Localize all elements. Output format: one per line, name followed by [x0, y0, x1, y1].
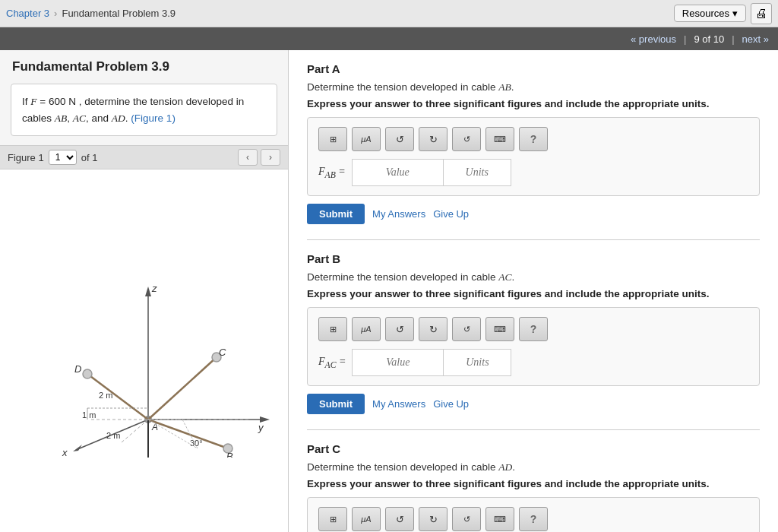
figure-prev-button[interactable]: ‹: [238, 149, 258, 166]
resources-dropdown-icon: ▾: [732, 8, 738, 19]
part-b-my-answers-link[interactable]: My Answers: [372, 398, 425, 410]
part-b-actions: Submit My Answers Give Up: [307, 394, 760, 414]
part-a-units-input[interactable]: [443, 159, 511, 186]
reset-button-c[interactable]: ↺: [452, 507, 481, 531]
divider-ab: [307, 239, 760, 240]
chapter-link[interactable]: Chapter 3: [6, 8, 49, 19]
part-a-label: Part A: [307, 62, 760, 75]
nav-right-controls: Resources ▾ 🖨: [674, 3, 772, 24]
force-variable: F: [30, 96, 36, 107]
cable-ab: AB: [55, 112, 68, 124]
part-a-actions: Submit My Answers Give Up: [307, 204, 760, 224]
part-b-input-row: FAC =: [318, 349, 748, 376]
previous-link[interactable]: « previous: [631, 33, 676, 45]
part-a-value-input[interactable]: [352, 159, 443, 186]
svg-text:y: y: [258, 422, 264, 433]
redo-button-b[interactable]: ↻: [419, 317, 448, 341]
undo-button-c[interactable]: ↺: [385, 507, 414, 531]
part-b-submit-button[interactable]: Submit: [307, 394, 365, 414]
pagination-bar: « previous | 9 of 10 | next »: [0, 27, 778, 50]
svg-line-18: [87, 374, 148, 420]
keyboard-button-a[interactable]: ⌨: [485, 127, 514, 151]
figure-link[interactable]: (Figure 1): [131, 112, 176, 124]
part-c-description: Determine the tension developed in cable…: [307, 461, 760, 473]
redo-button-a[interactable]: ↻: [419, 127, 448, 151]
part-b-toolbar: ⊞ μA ↺ ↻ ↺ ⌨ ?: [318, 317, 748, 341]
mu-icon-button-a[interactable]: μA: [352, 127, 381, 151]
svg-text:1 m: 1 m: [82, 410, 96, 420]
part-a-answer-container: ⊞ μA ↺ ↻ ↺ ⌨ ? FAB =: [307, 117, 760, 196]
part-a-description: Determine the tension developed in cable…: [307, 81, 760, 93]
figure-label: Figure 1: [8, 152, 44, 163]
part-a-toolbar: ⊞ μA ↺ ↻ ↺ ⌨ ?: [318, 127, 748, 151]
part-c-section: Part C Determine the tension developed i…: [307, 442, 760, 532]
keyboard-button-c[interactable]: ⌨: [485, 507, 514, 531]
reset-button-a[interactable]: ↺: [452, 127, 481, 151]
part-a-my-answers-link[interactable]: My Answers: [372, 208, 425, 220]
part-b-value-input[interactable]: [352, 349, 443, 376]
svg-text:30°: 30°: [190, 439, 203, 448]
next-link[interactable]: next »: [742, 33, 769, 45]
part-b-eq-label: FAC =: [318, 356, 346, 370]
svg-line-15: [148, 357, 217, 420]
top-navigation: Chapter 3 › Fundamental Problem 3.9 Reso…: [0, 0, 778, 27]
svg-text:2 m: 2 m: [106, 431, 120, 440]
part-a-instruction: Express your answer to three significant…: [307, 98, 760, 109]
left-panel: Fundamental Problem 3.9 If F = 600 N , d…: [0, 50, 289, 532]
part-a-section: Part A Determine the tension developed i…: [307, 62, 760, 224]
part-c-label: Part C: [307, 442, 760, 455]
svg-text:D: D: [74, 363, 81, 375]
figure-canvas: z y x A B 30°: [0, 169, 288, 532]
svg-point-19: [83, 369, 92, 378]
svg-text:C: C: [219, 347, 226, 358]
cable-ad: AD: [112, 112, 125, 124]
figure-select[interactable]: 1: [49, 150, 77, 165]
help-button-a[interactable]: ?: [519, 127, 548, 151]
breadcrumb-separator: ›: [54, 8, 57, 19]
figure-nav: ‹ ›: [238, 149, 280, 166]
part-a-submit-button[interactable]: Submit: [307, 204, 365, 224]
part-c-answer-container: ⊞ μA ↺ ↻ ↺ ⌨ ? FAD =: [307, 497, 760, 532]
keyboard-button-b[interactable]: ⌨: [485, 317, 514, 341]
page-separator: |: [684, 33, 686, 45]
divider-bc: [307, 429, 760, 430]
part-b-instruction: Express your answer to three significant…: [307, 288, 760, 299]
svg-marker-1: [145, 287, 151, 296]
redo-button-c[interactable]: ↻: [419, 507, 448, 531]
problem-title-nav: Fundamental Problem 3.9: [62, 8, 176, 19]
print-button[interactable]: 🖨: [751, 3, 772, 24]
figure-next-button[interactable]: ›: [261, 149, 280, 166]
resources-label: Resources: [682, 8, 729, 19]
cable-ac: AC: [73, 112, 86, 124]
part-b-give-up-link[interactable]: Give Up: [433, 398, 469, 410]
figure-bar: Figure 1 1 of 1 ‹ ›: [0, 145, 288, 169]
main-layout: Fundamental Problem 3.9 If F = 600 N , d…: [0, 50, 778, 532]
figure-of: of 1: [81, 152, 98, 163]
help-button-b[interactable]: ?: [519, 317, 548, 341]
problem-title: Fundamental Problem 3.9: [0, 50, 288, 84]
help-button-c[interactable]: ?: [519, 507, 548, 531]
part-b-answer-container: ⊞ μA ↺ ↻ ↺ ⌨ ? FAC =: [307, 307, 760, 386]
resources-button[interactable]: Resources ▾: [674, 5, 746, 22]
svg-text:B: B: [226, 451, 233, 458]
reset-button-b[interactable]: ↺: [452, 317, 481, 341]
undo-button-a[interactable]: ↺: [385, 127, 414, 151]
part-c-toolbar: ⊞ μA ↺ ↻ ↺ ⌨ ?: [318, 507, 748, 531]
breadcrumb: Chapter 3 › Fundamental Problem 3.9: [6, 8, 176, 19]
undo-button-b[interactable]: ↺: [385, 317, 414, 341]
part-b-section: Part B Determine the tension developed i…: [307, 252, 760, 414]
grid-icon-button-c[interactable]: ⊞: [318, 507, 347, 531]
part-a-give-up-link[interactable]: Give Up: [433, 208, 469, 220]
grid-icon-button-a[interactable]: ⊞: [318, 127, 347, 151]
mu-icon-button-c[interactable]: μA: [352, 507, 381, 531]
svg-text:z: z: [151, 283, 157, 294]
part-c-instruction: Express your answer to three significant…: [307, 478, 760, 489]
grid-icon-button-b[interactable]: ⊞: [318, 317, 347, 341]
part-b-label: Part B: [307, 252, 760, 265]
part-b-units-input[interactable]: [443, 349, 511, 376]
mu-icon-button-b[interactable]: μA: [352, 317, 381, 341]
svg-line-11: [148, 420, 228, 448]
part-a-input-row: FAB =: [318, 159, 748, 186]
part-a-eq-label: FAB =: [318, 166, 346, 180]
svg-line-31: [122, 420, 148, 442]
